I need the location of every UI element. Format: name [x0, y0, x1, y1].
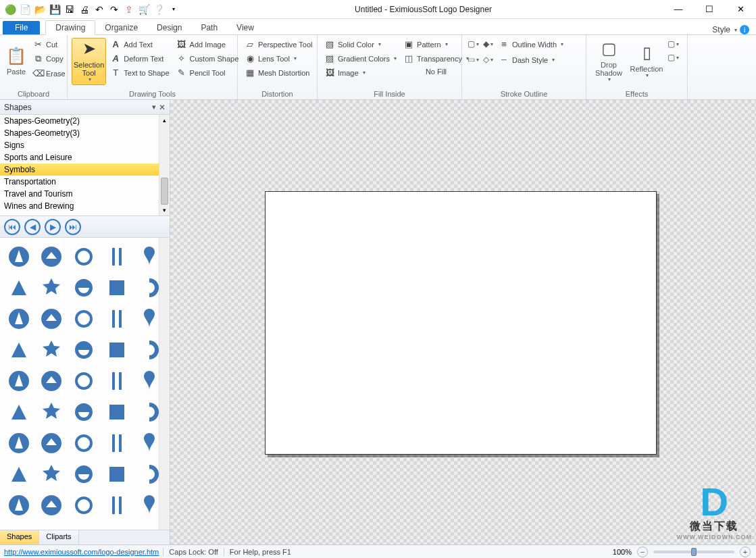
canvas-page[interactable] [265, 191, 657, 455]
category-item[interactable]: Shapes-Geometry(2) [0, 115, 170, 127]
scroll-thumb[interactable] [161, 178, 168, 205]
symbol-shape[interactable] [103, 336, 130, 363]
stroke-style-icon[interactable]: ◆▾ [481, 38, 495, 50]
cart-icon[interactable]: 🛒 [138, 3, 150, 16]
stroke-join-icon[interactable]: ◇▾ [481, 53, 495, 66]
tab-view[interactable]: View [227, 21, 263, 34]
save-icon[interactable]: 💾 [49, 3, 61, 16]
pattern-button[interactable]: ▣Pattern▾ [401, 38, 472, 51]
symbol-shape[interactable] [103, 367, 130, 395]
symbol-shape[interactable] [5, 367, 32, 395]
symbol-shape[interactable] [5, 274, 32, 301]
symbol-shape[interactable] [70, 243, 97, 270]
zoom-slider[interactable] [653, 551, 734, 553]
pencil-tool-button[interactable]: ✎Pencil Tool [174, 66, 242, 79]
symbol-shape[interactable] [70, 399, 97, 426]
mesh-button[interactable]: ▦Mesh Distortion [242, 66, 316, 79]
no-fill-button[interactable]: No Fill [401, 66, 472, 77]
category-scrollbar[interactable]: ▴ ▾ [159, 115, 170, 215]
close-button[interactable]: ✕ [725, 0, 756, 19]
print-icon[interactable]: 🖨 [78, 3, 91, 16]
nav-prev-icon[interactable]: ◀ [24, 219, 41, 235]
help-icon[interactable]: ❔ [153, 3, 165, 16]
canvas-area[interactable]: D 微当下载 WWW.WEIDOWN.COM [170, 100, 756, 544]
stroke-swap-icon[interactable]: ▭▾ [466, 53, 480, 66]
effect-extra-2-icon[interactable]: ▢▾ [666, 51, 680, 64]
category-item[interactable]: Sports and Leisure [0, 151, 170, 163]
text-to-shape-button[interactable]: TText to Shape [107, 66, 172, 79]
category-item[interactable]: Transportation [0, 176, 170, 188]
erase-button[interactable]: ⌫Erase [30, 67, 68, 80]
gradient-button[interactable]: ▨Gradient Colors▾ [322, 52, 399, 65]
open-icon[interactable]: 📂 [34, 3, 46, 16]
symbol-shape[interactable] [70, 492, 97, 519]
category-item[interactable]: Shapes-Geometry(3) [0, 127, 170, 139]
custom-shape-button[interactable]: ✧Custom Shape [174, 52, 242, 65]
symbol-shape[interactable] [70, 305, 97, 332]
tab-path[interactable]: Path [191, 21, 227, 34]
category-item[interactable]: Signs [0, 139, 170, 151]
symbol-shape[interactable] [103, 430, 130, 457]
symbol-shape[interactable] [38, 430, 65, 457]
pin-icon[interactable]: ▾ [152, 103, 156, 111]
perspective-button[interactable]: ▱Perspective Tool [242, 38, 316, 51]
selection-tool-button[interactable]: ➤ Selection Tool▾ [72, 38, 106, 85]
panel-close-icon[interactable]: ✕ [159, 103, 166, 112]
symbol-shape[interactable] [5, 399, 32, 426]
category-item[interactable]: Travel and Tourism [0, 188, 170, 200]
symbol-shape[interactable] [5, 492, 32, 519]
stroke-color-icon[interactable]: ▢▾ [466, 38, 480, 50]
lens-button[interactable]: ◉Lens Tool▾ [242, 52, 316, 65]
symbol-shape[interactable] [103, 243, 130, 270]
symbol-shape[interactable] [5, 305, 32, 332]
copy-button[interactable]: ⧉Copy [30, 52, 68, 66]
nav-last-icon[interactable]: ⏭ [65, 219, 81, 235]
status-url-link[interactable]: http://www.eximioussoft.com/logo-designe… [0, 548, 163, 556]
zoom-in-button[interactable]: + [740, 547, 751, 557]
scroll-down-icon[interactable]: ▾ [159, 205, 170, 215]
add-text-button[interactable]: AAdd Text [107, 38, 172, 51]
symbol-shape[interactable] [5, 461, 32, 488]
symbol-shape[interactable] [38, 399, 65, 426]
transparency-button[interactable]: ◫Transparency▾ [401, 52, 472, 65]
category-item[interactable]: Wines and Brewing [0, 200, 170, 212]
tab-design[interactable]: Design [147, 21, 191, 34]
symbol-shape[interactable] [103, 305, 130, 332]
symbol-shape[interactable] [103, 274, 130, 301]
symbol-shape[interactable] [38, 492, 65, 519]
symbol-shape[interactable] [70, 274, 97, 301]
redo-icon[interactable]: ↷ [108, 3, 120, 16]
fill-image-button[interactable]: 🖼Image▾ [322, 66, 399, 79]
dash-style-button[interactable]: ┄Dash Style▾ [496, 53, 557, 66]
zoom-out-button[interactable]: − [637, 547, 648, 557]
paste-button[interactable]: 📋 Paste [4, 38, 28, 85]
file-tab[interactable]: File [3, 21, 40, 34]
symbol-shape[interactable] [38, 243, 65, 270]
tab-organize[interactable]: Organize [95, 21, 147, 34]
drop-shadow-button[interactable]: ▢ Drop Shadow▾ [590, 38, 627, 85]
symbol-shape[interactable] [5, 430, 32, 457]
add-image-button[interactable]: 🖼Add Image [174, 38, 242, 51]
maximize-button[interactable]: ☐ [694, 0, 725, 19]
symbol-shape[interactable] [5, 243, 32, 270]
cut-button[interactable]: ✂Cut [30, 38, 68, 51]
undo-icon[interactable]: ↶ [93, 3, 105, 16]
effect-extra-1-icon[interactable]: ▢▾ [666, 38, 680, 50]
symbol-shape[interactable] [38, 274, 65, 301]
qat-more-icon[interactable]: ▾ [168, 3, 180, 16]
nav-next-icon[interactable]: ▶ [45, 219, 61, 235]
symbol-shape[interactable] [38, 336, 65, 363]
symbol-shape[interactable] [103, 461, 130, 488]
symbol-shape[interactable] [70, 367, 97, 395]
symbol-shape[interactable] [38, 367, 65, 395]
symbol-shape[interactable] [5, 336, 32, 363]
symbol-shape[interactable] [70, 430, 97, 457]
symbol-shape[interactable] [70, 461, 97, 488]
symbol-shape[interactable] [70, 336, 97, 363]
deform-text-button[interactable]: ADeform Text [107, 52, 172, 65]
symbol-shape[interactable] [103, 492, 130, 519]
outline-width-button[interactable]: ≡Outline Width▾ [496, 38, 566, 51]
category-item-selected[interactable]: Symbols [0, 163, 170, 176]
symbol-shape[interactable] [38, 461, 65, 488]
export-icon[interactable]: ⇪ [123, 3, 135, 16]
